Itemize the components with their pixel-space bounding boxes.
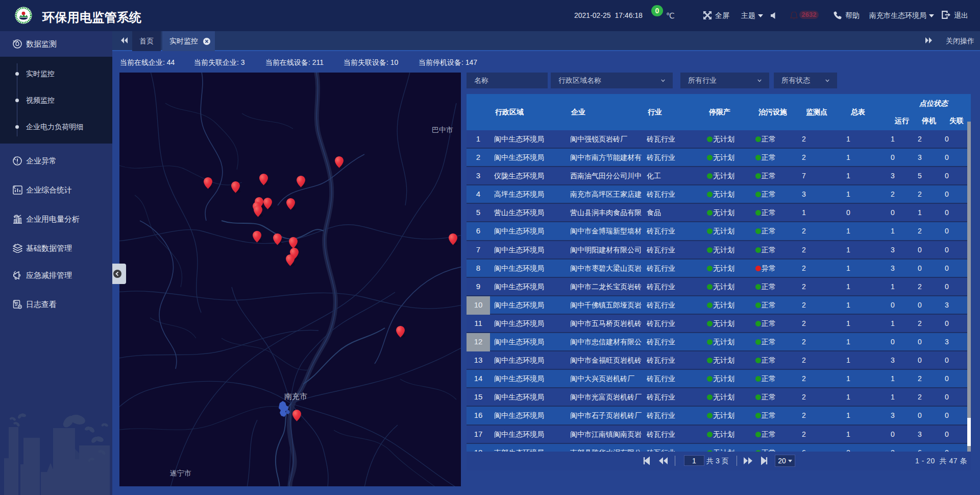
svg-text:巴中市: 巴中市	[432, 126, 453, 134]
svg-text:南充市: 南充市	[284, 392, 307, 400]
svg-text:遂宁市: 遂宁市	[170, 469, 191, 477]
